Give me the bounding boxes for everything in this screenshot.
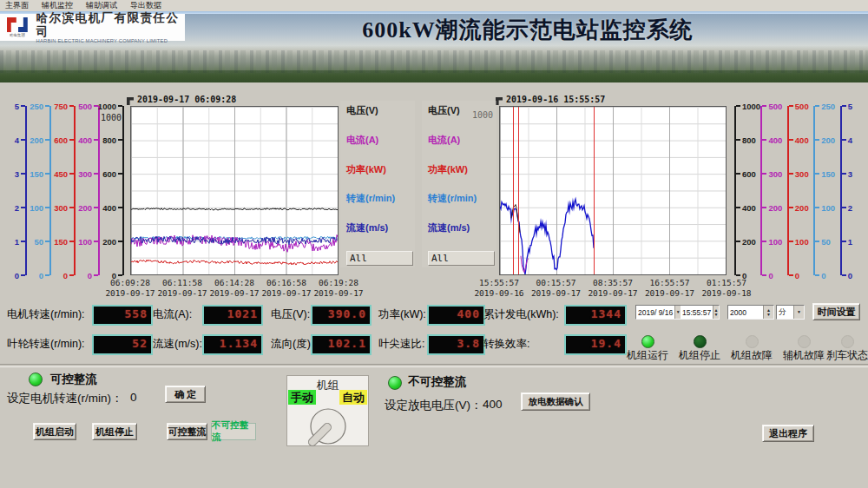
axis-tick-label: 750: [54, 102, 68, 111]
axis-tick-label: 5: [848, 102, 852, 111]
status-label-3: 辅机故障: [783, 348, 825, 363]
legend-item-1[interactable]: 电流(A): [346, 134, 413, 147]
span-unit-dropdown-icon[interactable]: ▼: [793, 306, 804, 319]
axis-tick-label: 400: [742, 203, 756, 213]
axis-功率: 7506004503001500: [56, 106, 80, 275]
axis-tick-label: 0: [15, 271, 19, 280]
axis-tick-label: 0: [63, 271, 68, 280]
axis-tick: [94, 274, 98, 276]
right-trend-plot[interactable]: [500, 107, 726, 274]
axis-tick-label: 200: [795, 203, 809, 213]
axis-tick: [842, 274, 846, 276]
unit-button-0[interactable]: 机组启动: [33, 423, 76, 440]
date-dropdown-icon[interactable]: ▼: [674, 306, 681, 319]
left-trend-plot[interactable]: [131, 107, 338, 274]
axis-流速: 543210: [7, 106, 31, 275]
unit-button-3[interactable]: 不可控整流: [211, 423, 256, 440]
axis-流速: 543210: [836, 106, 862, 275]
manual-mode-chip[interactable]: 手动: [288, 390, 316, 405]
mode-knob[interactable]: [287, 405, 370, 446]
time-spinner[interactable]: ▲▼: [713, 306, 719, 319]
axis-tick: [736, 241, 740, 242]
legend-item-2[interactable]: 功率(kW): [346, 163, 413, 176]
span-unit-select[interactable]: 分 ▼: [776, 305, 805, 320]
readout-display: 400: [427, 305, 485, 326]
date-value[interactable]: 2019/ 9/16: [636, 306, 674, 319]
axis-tick: [789, 173, 793, 175]
axis-tick: [842, 139, 846, 141]
axis-tick-label: 0: [795, 271, 799, 280]
right-chart-legend: 电压(V)电流(A)功率(kW)转速(r/min)流速(m/s)All: [422, 101, 496, 267]
menu-item-1[interactable]: 辅机监控: [42, 0, 73, 11]
readout-label: 流向(度):: [271, 337, 313, 352]
axis-tick: [762, 274, 766, 276]
span-unit-value[interactable]: 分: [777, 306, 793, 319]
legend-item-0[interactable]: 电压(V): [428, 104, 495, 117]
readout-label: 电压(V):: [271, 307, 310, 322]
company-logo-box: 哈电集团 哈尔滨电机厂有限责任公司 HARBIN ELECTRIC MACHIN…: [0, 14, 185, 41]
axis-tick: [789, 105, 793, 107]
datetime-picker[interactable]: 2019/ 9/16 ▼ 15:55:57 ▲▼: [635, 305, 720, 320]
axis-tick-label: 500: [795, 102, 809, 111]
axis-tick-label: 1: [848, 237, 852, 247]
axis-line: [734, 106, 736, 275]
legend-all-selector[interactable]: All: [346, 251, 413, 266]
span-spinner[interactable]: ▲▼: [763, 306, 773, 319]
confirm-button[interactable]: 确 定: [165, 386, 206, 403]
axis-tick: [45, 207, 49, 208]
set-discharge-voltage-value[interactable]: 400: [483, 398, 503, 411]
legend-item-3[interactable]: 转速(r/min): [428, 192, 495, 205]
axis-tick-label: 300: [795, 169, 809, 179]
set-motor-speed-value[interactable]: 0: [130, 391, 137, 404]
span-value-input[interactable]: 2000 ▲▼: [727, 305, 774, 320]
axis-tick-label: 150: [821, 169, 835, 179]
readout-display: 3.8: [427, 334, 485, 355]
time-value[interactable]: 15:55:57: [681, 306, 713, 319]
span-value[interactable]: 2000: [728, 306, 763, 319]
axis-tick: [45, 173, 49, 175]
unit-mode-panel: 机组 手动 自动: [286, 375, 369, 446]
axis-tick-label: 200: [768, 203, 782, 213]
legend-item-4[interactable]: 流速(m/s): [346, 221, 413, 234]
auto-mode-chip[interactable]: 自动: [339, 390, 367, 405]
legend-item-2[interactable]: 功率(kW): [428, 163, 495, 176]
legend-item-3[interactable]: 转速(r/min): [346, 192, 413, 205]
axis-tick: [815, 207, 819, 208]
axis-line: [74, 106, 76, 275]
status-led-0: [641, 335, 654, 348]
x-tick-label: 06:14:28 2019-09-17: [209, 278, 259, 299]
axis-line: [49, 106, 51, 275]
exit-program-button[interactable]: 退出程序: [762, 425, 814, 442]
readout-label: 累计发电(kWh):: [483, 307, 559, 322]
axis-tick-label: 800: [742, 135, 756, 145]
axis-电压: 10008006004002000: [104, 106, 128, 275]
unit-button-1[interactable]: 机组停止: [92, 423, 137, 440]
readout-display: 558: [92, 305, 153, 326]
axis-tick: [94, 173, 98, 175]
axis-tick: [789, 207, 793, 208]
axis-tick-label: 2: [848, 203, 852, 213]
axis-tick-label: 400: [795, 135, 809, 145]
axis-tick: [815, 105, 819, 107]
time-set-button[interactable]: 时间设置: [812, 303, 860, 320]
readout-label: 电流(A):: [153, 307, 192, 322]
axis-line: [813, 106, 815, 275]
menu-item-0[interactable]: 主界面: [5, 0, 29, 11]
legend-item-4[interactable]: 流速(m/s): [428, 221, 495, 234]
legend-item-1[interactable]: 电流(A): [428, 134, 495, 147]
page-title: 600kW潮流能示范电站监控系统: [187, 15, 868, 41]
axis-功率: 5004003002001000: [783, 106, 809, 275]
menu-item-2[interactable]: 辅助调试: [86, 0, 117, 11]
axis-tick-label: 200: [30, 135, 43, 145]
legend-all-selector[interactable]: All: [428, 251, 495, 266]
status-led-4: [841, 335, 854, 348]
axis-tick: [45, 274, 49, 276]
axis-tick-label: 200: [821, 135, 835, 145]
discharge-confirm-button[interactable]: 放电数据确认: [521, 392, 590, 411]
readout-display: 19.4: [564, 334, 627, 355]
unit-button-2[interactable]: 可控整流: [167, 423, 207, 440]
axis-tick: [842, 241, 846, 242]
menu-item-3[interactable]: 导出数据: [130, 0, 161, 11]
scada-main-screen: 主界面辅机监控辅助调试导出数据 哈电集团 哈尔滨电机厂有限责任公司 HARBIN…: [0, 0, 868, 488]
legend-item-0[interactable]: 电压(V): [346, 104, 413, 117]
